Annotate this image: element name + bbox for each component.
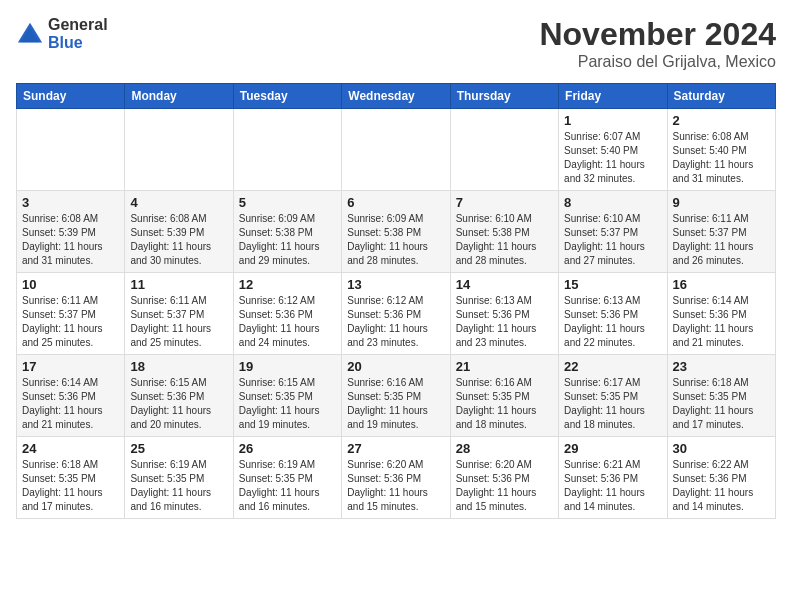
day-number: 4 bbox=[130, 195, 227, 210]
day-info: Sunrise: 6:20 AM Sunset: 5:36 PM Dayligh… bbox=[347, 458, 444, 514]
table-row: 3Sunrise: 6:08 AM Sunset: 5:39 PM Daylig… bbox=[17, 191, 125, 273]
day-info: Sunrise: 6:13 AM Sunset: 5:36 PM Dayligh… bbox=[564, 294, 661, 350]
page-header: General Blue November 2024 Paraiso del G… bbox=[16, 16, 776, 71]
day-info: Sunrise: 6:16 AM Sunset: 5:35 PM Dayligh… bbox=[347, 376, 444, 432]
day-info: Sunrise: 6:22 AM Sunset: 5:36 PM Dayligh… bbox=[673, 458, 770, 514]
day-number: 5 bbox=[239, 195, 336, 210]
day-number: 23 bbox=[673, 359, 770, 374]
calendar-body: 1Sunrise: 6:07 AM Sunset: 5:40 PM Daylig… bbox=[17, 109, 776, 519]
day-number: 8 bbox=[564, 195, 661, 210]
day-info: Sunrise: 6:15 AM Sunset: 5:35 PM Dayligh… bbox=[239, 376, 336, 432]
table-row: 15Sunrise: 6:13 AM Sunset: 5:36 PM Dayli… bbox=[559, 273, 667, 355]
header-row: Sunday Monday Tuesday Wednesday Thursday… bbox=[17, 84, 776, 109]
logo-blue: Blue bbox=[48, 34, 83, 51]
table-row bbox=[342, 109, 450, 191]
col-sunday: Sunday bbox=[17, 84, 125, 109]
day-number: 27 bbox=[347, 441, 444, 456]
day-info: Sunrise: 6:11 AM Sunset: 5:37 PM Dayligh… bbox=[130, 294, 227, 350]
calendar-week-2: 10Sunrise: 6:11 AM Sunset: 5:37 PM Dayli… bbox=[17, 273, 776, 355]
table-row: 6Sunrise: 6:09 AM Sunset: 5:38 PM Daylig… bbox=[342, 191, 450, 273]
day-info: Sunrise: 6:10 AM Sunset: 5:38 PM Dayligh… bbox=[456, 212, 553, 268]
calendar-week-3: 17Sunrise: 6:14 AM Sunset: 5:36 PM Dayli… bbox=[17, 355, 776, 437]
day-info: Sunrise: 6:14 AM Sunset: 5:36 PM Dayligh… bbox=[22, 376, 119, 432]
day-number: 16 bbox=[673, 277, 770, 292]
day-info: Sunrise: 6:11 AM Sunset: 5:37 PM Dayligh… bbox=[22, 294, 119, 350]
day-number: 3 bbox=[22, 195, 119, 210]
table-row: 5Sunrise: 6:09 AM Sunset: 5:38 PM Daylig… bbox=[233, 191, 341, 273]
day-info: Sunrise: 6:12 AM Sunset: 5:36 PM Dayligh… bbox=[239, 294, 336, 350]
table-row: 13Sunrise: 6:12 AM Sunset: 5:36 PM Dayli… bbox=[342, 273, 450, 355]
table-row: 24Sunrise: 6:18 AM Sunset: 5:35 PM Dayli… bbox=[17, 437, 125, 519]
calendar-table: Sunday Monday Tuesday Wednesday Thursday… bbox=[16, 83, 776, 519]
table-row: 26Sunrise: 6:19 AM Sunset: 5:35 PM Dayli… bbox=[233, 437, 341, 519]
day-info: Sunrise: 6:18 AM Sunset: 5:35 PM Dayligh… bbox=[673, 376, 770, 432]
table-row: 18Sunrise: 6:15 AM Sunset: 5:36 PM Dayli… bbox=[125, 355, 233, 437]
day-number: 20 bbox=[347, 359, 444, 374]
day-number: 26 bbox=[239, 441, 336, 456]
day-number: 14 bbox=[456, 277, 553, 292]
day-number: 17 bbox=[22, 359, 119, 374]
location: Paraiso del Grijalva, Mexico bbox=[539, 53, 776, 71]
day-number: 12 bbox=[239, 277, 336, 292]
table-row: 8Sunrise: 6:10 AM Sunset: 5:37 PM Daylig… bbox=[559, 191, 667, 273]
day-number: 1 bbox=[564, 113, 661, 128]
table-row: 11Sunrise: 6:11 AM Sunset: 5:37 PM Dayli… bbox=[125, 273, 233, 355]
day-info: Sunrise: 6:16 AM Sunset: 5:35 PM Dayligh… bbox=[456, 376, 553, 432]
table-row: 16Sunrise: 6:14 AM Sunset: 5:36 PM Dayli… bbox=[667, 273, 775, 355]
month-year: November 2024 bbox=[539, 16, 776, 53]
day-number: 6 bbox=[347, 195, 444, 210]
day-info: Sunrise: 6:10 AM Sunset: 5:37 PM Dayligh… bbox=[564, 212, 661, 268]
day-number: 21 bbox=[456, 359, 553, 374]
table-row: 27Sunrise: 6:20 AM Sunset: 5:36 PM Dayli… bbox=[342, 437, 450, 519]
day-info: Sunrise: 6:17 AM Sunset: 5:35 PM Dayligh… bbox=[564, 376, 661, 432]
table-row bbox=[233, 109, 341, 191]
day-info: Sunrise: 6:19 AM Sunset: 5:35 PM Dayligh… bbox=[130, 458, 227, 514]
day-number: 10 bbox=[22, 277, 119, 292]
table-row: 21Sunrise: 6:16 AM Sunset: 5:35 PM Dayli… bbox=[450, 355, 558, 437]
day-number: 13 bbox=[347, 277, 444, 292]
table-row bbox=[450, 109, 558, 191]
day-number: 25 bbox=[130, 441, 227, 456]
table-row: 19Sunrise: 6:15 AM Sunset: 5:35 PM Dayli… bbox=[233, 355, 341, 437]
col-wednesday: Wednesday bbox=[342, 84, 450, 109]
logo-general: General bbox=[48, 16, 108, 33]
col-saturday: Saturday bbox=[667, 84, 775, 109]
logo: General Blue bbox=[16, 16, 108, 51]
table-row: 20Sunrise: 6:16 AM Sunset: 5:35 PM Dayli… bbox=[342, 355, 450, 437]
table-row: 9Sunrise: 6:11 AM Sunset: 5:37 PM Daylig… bbox=[667, 191, 775, 273]
day-info: Sunrise: 6:08 AM Sunset: 5:39 PM Dayligh… bbox=[22, 212, 119, 268]
day-number: 22 bbox=[564, 359, 661, 374]
day-info: Sunrise: 6:09 AM Sunset: 5:38 PM Dayligh… bbox=[347, 212, 444, 268]
table-row: 4Sunrise: 6:08 AM Sunset: 5:39 PM Daylig… bbox=[125, 191, 233, 273]
table-row: 1Sunrise: 6:07 AM Sunset: 5:40 PM Daylig… bbox=[559, 109, 667, 191]
table-row: 23Sunrise: 6:18 AM Sunset: 5:35 PM Dayli… bbox=[667, 355, 775, 437]
day-number: 19 bbox=[239, 359, 336, 374]
day-info: Sunrise: 6:21 AM Sunset: 5:36 PM Dayligh… bbox=[564, 458, 661, 514]
calendar-week-4: 24Sunrise: 6:18 AM Sunset: 5:35 PM Dayli… bbox=[17, 437, 776, 519]
calendar-week-1: 3Sunrise: 6:08 AM Sunset: 5:39 PM Daylig… bbox=[17, 191, 776, 273]
day-info: Sunrise: 6:20 AM Sunset: 5:36 PM Dayligh… bbox=[456, 458, 553, 514]
table-row bbox=[125, 109, 233, 191]
table-row: 10Sunrise: 6:11 AM Sunset: 5:37 PM Dayli… bbox=[17, 273, 125, 355]
day-info: Sunrise: 6:19 AM Sunset: 5:35 PM Dayligh… bbox=[239, 458, 336, 514]
day-info: Sunrise: 6:08 AM Sunset: 5:40 PM Dayligh… bbox=[673, 130, 770, 186]
day-info: Sunrise: 6:11 AM Sunset: 5:37 PM Dayligh… bbox=[673, 212, 770, 268]
title-area: November 2024 Paraiso del Grijalva, Mexi… bbox=[539, 16, 776, 71]
day-number: 24 bbox=[22, 441, 119, 456]
calendar-week-0: 1Sunrise: 6:07 AM Sunset: 5:40 PM Daylig… bbox=[17, 109, 776, 191]
day-info: Sunrise: 6:12 AM Sunset: 5:36 PM Dayligh… bbox=[347, 294, 444, 350]
day-number: 7 bbox=[456, 195, 553, 210]
col-thursday: Thursday bbox=[450, 84, 558, 109]
table-row: 7Sunrise: 6:10 AM Sunset: 5:38 PM Daylig… bbox=[450, 191, 558, 273]
day-number: 2 bbox=[673, 113, 770, 128]
col-monday: Monday bbox=[125, 84, 233, 109]
table-row: 14Sunrise: 6:13 AM Sunset: 5:36 PM Dayli… bbox=[450, 273, 558, 355]
day-number: 9 bbox=[673, 195, 770, 210]
col-friday: Friday bbox=[559, 84, 667, 109]
table-row: 2Sunrise: 6:08 AM Sunset: 5:40 PM Daylig… bbox=[667, 109, 775, 191]
day-info: Sunrise: 6:15 AM Sunset: 5:36 PM Dayligh… bbox=[130, 376, 227, 432]
table-row: 17Sunrise: 6:14 AM Sunset: 5:36 PM Dayli… bbox=[17, 355, 125, 437]
day-info: Sunrise: 6:09 AM Sunset: 5:38 PM Dayligh… bbox=[239, 212, 336, 268]
table-row bbox=[17, 109, 125, 191]
table-row: 25Sunrise: 6:19 AM Sunset: 5:35 PM Dayli… bbox=[125, 437, 233, 519]
